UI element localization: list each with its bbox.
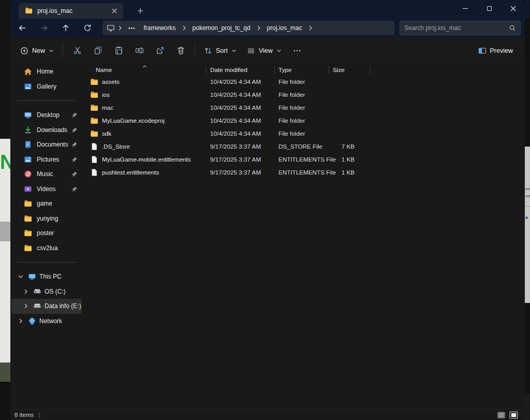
desktop: NE ure ure proj.ios_mac [0,0,530,420]
status-bar: 8 items | [10,409,525,420]
breadcrumb-item[interactable]: frameworks [140,23,180,33]
folder-icon [24,244,32,252]
sidebar-item-documents[interactable]: Documents [11,137,82,152]
search-box [400,21,521,35]
sidebar-item-this-pc[interactable]: This PC [11,269,82,284]
sidebar-item-music[interactable]: Music [11,167,82,182]
folder-icon [90,129,98,138]
chevron-right-icon[interactable] [23,288,29,295]
maximize-button[interactable] [477,0,501,17]
file-row[interactable]: .DS_Store 9/17/2025 3:37 AM DS_STORE Fil… [83,140,525,153]
navigation-pane: Home Gallery Desktop D [10,64,83,409]
folder-icon [24,199,32,208]
search-icon[interactable] [509,24,516,32]
minimize-button[interactable] [453,0,477,17]
folder-icon [90,117,98,125]
file-row[interactable]: ios 10/4/2025 4:34 AM File folder [83,88,525,101]
background-window-left: NE [0,0,10,420]
sidebar-item-gallery[interactable]: Gallery [11,79,82,94]
documents-icon [24,140,32,149]
file-rows: assets 10/4/2025 4:34 AM File folder ios… [83,75,525,179]
chevron-down-icon [49,48,54,53]
downloads-icon [24,126,32,134]
chevron-right-icon[interactable] [23,303,29,309]
large-icons-view-button[interactable] [509,411,519,419]
pin-icon [71,112,78,119]
network-icon [28,317,36,325]
new-tab-button[interactable] [134,4,147,18]
tab-close-icon[interactable] [110,6,119,16]
sidebar-item-game[interactable]: game [11,196,82,211]
sidebar-item-os-c[interactable]: OS (C:) [11,284,82,299]
chevron-right-icon [306,25,315,31]
sidebar-item-desktop[interactable]: Desktop [11,108,82,123]
chevron-down-icon[interactable] [18,273,24,280]
pictures-icon [24,155,32,164]
breadcrumb-item-current[interactable]: proj.ios_mac [263,23,306,33]
column-header-type[interactable]: Type [274,66,329,73]
chevron-right-icon[interactable] [18,318,24,324]
window-controls [453,0,525,17]
title-bar: proj.ios_mac [10,0,525,19]
sidebar-item-pictures[interactable]: Pictures [11,152,82,167]
this-pc-icon [28,272,36,281]
file-list: Name Date modified Type Size assets 10/4… [83,64,525,409]
cut-button[interactable] [67,42,87,60]
status-divider: | [39,412,40,418]
sidebar-item-csv2lua[interactable]: csv2lua [11,241,82,256]
search-input[interactable] [404,24,509,32]
pin-icon [71,156,78,163]
view-icon [247,47,255,55]
folder-icon [90,91,98,99]
file-row[interactable]: assets 10/4/2025 4:34 AM File folder [83,75,525,88]
this-pc-icon[interactable] [106,24,116,32]
breadcrumb-ellipsis[interactable]: ••• [124,24,140,33]
sidebar-item-yunying[interactable]: yunying [11,211,82,226]
sidebar-item-downloads[interactable]: Downloads [11,123,82,138]
paste-button[interactable] [109,42,128,60]
sort-button[interactable]: Sort [199,43,241,59]
more-options-button[interactable] [287,42,307,60]
up-button[interactable] [55,20,77,36]
sidebar-item-network[interactable]: Network [11,314,82,329]
file-row[interactable]: sdk 10/4/2025 4:34 AM File folder [83,127,525,140]
delete-button[interactable] [171,42,190,60]
file-row[interactable]: MyLuaGame-mobile.entitlements 9/17/2025 … [83,153,525,166]
pin-icon [71,141,78,148]
pin-icon [71,127,78,134]
sidebar-item-poster[interactable]: poster [11,226,82,241]
forward-button[interactable] [33,20,55,36]
sort-ascending-icon [142,64,148,69]
copy-button[interactable] [88,42,108,60]
breadcrumb-item[interactable]: pokemon_proj_tc_qd [188,23,255,33]
refresh-button[interactable] [77,20,98,36]
details-view-button[interactable] [496,411,506,419]
rename-button[interactable] [129,42,149,60]
videos-icon [24,185,32,193]
file-row[interactable]: pushtest.entitlements 9/17/2025 3:37 AM … [83,166,525,179]
sidebar-item-data-e[interactable]: Data info (E:) [11,299,82,314]
home-icon [24,67,32,76]
background-text-green: NE [0,151,10,173]
back-button[interactable] [11,20,33,36]
preview-pane-icon [478,47,487,55]
sidebar-item-videos[interactable]: Videos [11,182,82,197]
file-icon [90,168,98,177]
main-area: Home Gallery Desktop D [10,64,525,409]
new-button[interactable]: New [16,43,58,59]
explorer-tab[interactable]: proj.ios_mac [19,3,123,19]
background-window-right: ure ure [525,0,530,420]
sidebar-divider [17,100,77,101]
share-button[interactable] [150,42,170,60]
sidebar-item-home[interactable]: Home [11,64,82,79]
close-button[interactable] [501,0,525,17]
column-header-size[interactable]: Size [329,66,370,73]
file-explorer-window: proj.ios_mac [10,0,525,420]
file-row[interactable]: MyLuaGame.xcodeproj 10/4/2025 4:34 AM Fi… [83,114,525,127]
file-row[interactable]: mac 10/4/2025 4:34 AM File folder [83,101,525,114]
folder-icon [90,78,98,86]
desktop-icon [24,111,32,119]
view-button[interactable]: View [242,43,286,59]
preview-button[interactable]: Preview [474,43,518,59]
column-header-date-modified[interactable]: Date modified [206,66,274,73]
